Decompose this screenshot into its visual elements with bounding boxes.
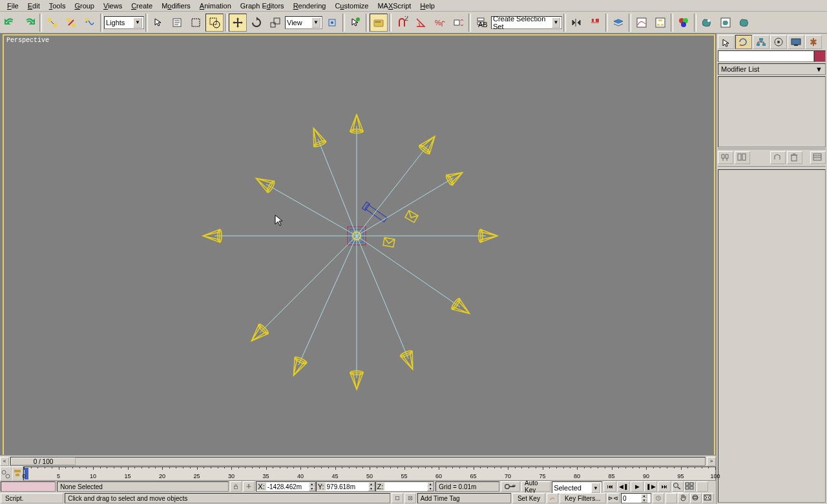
menu-group[interactable]: Group bbox=[70, 1, 99, 10]
fov-button[interactable] bbox=[665, 493, 677, 503]
keyfilters-button[interactable]: Key Filters... bbox=[560, 493, 606, 503]
motion-tab[interactable] bbox=[770, 35, 787, 49]
select-rotate-button[interactable] bbox=[247, 14, 266, 32]
menu-maxscript[interactable]: MAXScript bbox=[373, 1, 415, 10]
maxscript-mini-listener[interactable] bbox=[1, 481, 56, 492]
snap-toggle-button[interactable]: 2.5 bbox=[393, 14, 411, 32]
object-color-swatch[interactable] bbox=[814, 50, 826, 62]
unlink-button[interactable] bbox=[62, 14, 80, 32]
align-button[interactable] bbox=[586, 14, 604, 32]
menu-tools[interactable]: Tools bbox=[45, 1, 70, 10]
goto-start-button[interactable]: ⏮ bbox=[603, 481, 616, 492]
next-frame-button[interactable]: ❚▶ bbox=[644, 481, 657, 492]
abs-rel-transform-button[interactable] bbox=[243, 481, 255, 492]
select-by-name-button[interactable] bbox=[168, 14, 186, 32]
angle-snap-button[interactable] bbox=[412, 14, 430, 32]
zoom-extents-button[interactable] bbox=[696, 481, 708, 492]
modifier-list-combo[interactable]: Modifier List▼ bbox=[718, 63, 826, 75]
material-editor-button[interactable] bbox=[675, 14, 693, 32]
pivot-center-button[interactable] bbox=[323, 14, 341, 32]
zoom-button[interactable] bbox=[672, 481, 684, 492]
percent-snap-button[interactable]: % bbox=[430, 14, 448, 32]
key-mode-combo[interactable]: Selected▼ bbox=[552, 481, 602, 494]
menu-customize[interactable]: Customize bbox=[330, 1, 373, 10]
timetag-label[interactable]: Add Time Tag bbox=[417, 493, 511, 503]
modify-tab[interactable] bbox=[735, 35, 752, 49]
x-coord-input[interactable]: X:-1428.462m▲▼ bbox=[256, 481, 315, 492]
named-selset-edit-button[interactable]: ABC bbox=[472, 14, 490, 32]
play-button[interactable]: ▶ bbox=[631, 481, 644, 492]
make-unique-button[interactable] bbox=[770, 151, 786, 164]
key-tangent-button[interactable] bbox=[547, 493, 558, 503]
select-move-button[interactable] bbox=[229, 14, 247, 32]
menu-create[interactable]: Create bbox=[127, 1, 157, 10]
menu-grapheditors[interactable]: Graph Editors bbox=[236, 1, 289, 10]
object-name-input[interactable] bbox=[718, 50, 814, 62]
select-manipulate-button[interactable] bbox=[346, 14, 364, 32]
keyboard-shortcut-override-button[interactable] bbox=[370, 14, 388, 32]
undo-button[interactable] bbox=[1, 14, 19, 32]
trackbar-key-mode-button[interactable] bbox=[0, 467, 12, 481]
create-tab[interactable] bbox=[718, 35, 735, 49]
viewport-perspective[interactable]: Perspective bbox=[3, 34, 715, 504]
z-coord-input[interactable]: Z:▲▼ bbox=[375, 481, 435, 492]
window-crossing-button[interactable] bbox=[205, 14, 224, 32]
rect-select-button[interactable] bbox=[187, 14, 205, 32]
menu-rendering[interactable]: Rendering bbox=[289, 1, 331, 10]
menu-edit[interactable]: Edit bbox=[23, 1, 45, 10]
spinner-snap-button[interactable] bbox=[449, 14, 467, 32]
bind-spacewarp-button[interactable] bbox=[81, 14, 99, 32]
redo-button[interactable] bbox=[20, 14, 38, 32]
schematic-view-button[interactable] bbox=[651, 14, 669, 32]
maximize-viewport-button[interactable] bbox=[702, 493, 714, 503]
render-frame-button[interactable] bbox=[717, 14, 735, 32]
menu-animation[interactable]: Animation bbox=[195, 1, 236, 10]
timeslider-thumb[interactable]: 0 / 100 bbox=[11, 457, 76, 465]
render-setup-button[interactable] bbox=[698, 14, 716, 32]
layer-manager-button[interactable] bbox=[609, 14, 627, 32]
track-bar[interactable]: 0510152025303540455055606570758085909510… bbox=[23, 467, 716, 481]
quick-render-button[interactable] bbox=[735, 14, 753, 32]
goto-end-button[interactable]: ⏭ bbox=[658, 481, 671, 492]
select-scale-button[interactable] bbox=[266, 14, 284, 32]
set-key-big-button[interactable] bbox=[501, 481, 520, 492]
prev-frame-button[interactable]: ◀❚ bbox=[617, 481, 630, 492]
menu-file[interactable]: File bbox=[3, 1, 23, 10]
comm-center-button[interactable] bbox=[392, 493, 403, 503]
menu-modifiers[interactable]: Modifiers bbox=[157, 1, 195, 10]
current-frame-input[interactable]: 0▲▼ bbox=[621, 493, 651, 503]
menu-help[interactable]: Help bbox=[415, 1, 439, 10]
zoom-all-button[interactable] bbox=[684, 481, 696, 492]
time-slider[interactable]: < 0 / 100 > bbox=[0, 455, 716, 467]
link-button[interactable] bbox=[43, 14, 61, 32]
display-tab[interactable] bbox=[788, 35, 804, 49]
modifier-stack[interactable] bbox=[718, 76, 826, 147]
pan-button[interactable] bbox=[678, 493, 689, 503]
selection-filter-combo[interactable]: Lights▼ bbox=[104, 16, 144, 29]
arc-rotate-button[interactable] bbox=[690, 493, 702, 503]
autokey-button[interactable]: Auto Key bbox=[521, 481, 550, 492]
show-end-result-button[interactable] bbox=[735, 151, 750, 164]
isolate-button[interactable] bbox=[404, 493, 416, 503]
named-selset-combo[interactable]: Create Selection Set▼ bbox=[491, 16, 562, 29]
script-button[interactable]: Script. bbox=[1, 493, 63, 503]
utilities-tab[interactable] bbox=[805, 35, 822, 49]
svg-rect-106 bbox=[742, 154, 746, 160]
remove-modifier-button[interactable] bbox=[787, 151, 802, 164]
timeslider-prev-button[interactable]: < bbox=[0, 457, 9, 466]
curve-editor-button[interactable] bbox=[633, 14, 651, 32]
selection-lock-button[interactable] bbox=[230, 481, 242, 492]
time-config-button[interactable] bbox=[653, 493, 664, 503]
timeslider-next-button[interactable]: > bbox=[707, 457, 716, 466]
setkey-button[interactable]: Set Key bbox=[512, 493, 545, 503]
y-coord-input[interactable]: Y:979.618m▲▼ bbox=[316, 481, 375, 492]
ref-coord-combo[interactable]: View▼ bbox=[285, 16, 322, 29]
select-object-button[interactable] bbox=[149, 14, 167, 32]
hierarchy-tab[interactable] bbox=[753, 35, 769, 49]
configure-sets-button[interactable] bbox=[810, 151, 826, 164]
trackbar-filter-button[interactable] bbox=[12, 467, 23, 481]
pin-stack-button[interactable] bbox=[718, 151, 733, 164]
mirror-button[interactable] bbox=[567, 14, 585, 32]
key-mode-toggle-button[interactable]: ⊳⊲ bbox=[607, 493, 620, 503]
menu-views[interactable]: Views bbox=[99, 1, 127, 10]
